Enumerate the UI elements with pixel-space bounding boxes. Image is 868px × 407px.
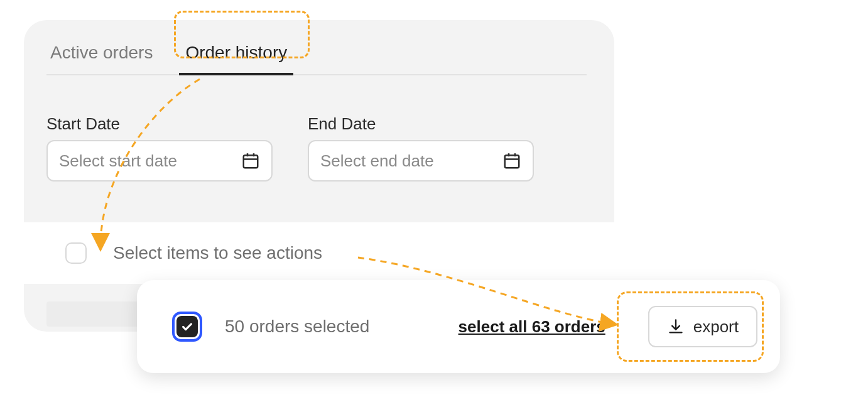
calendar-icon <box>241 151 260 170</box>
selection-count-text: 50 orders selected <box>225 317 369 337</box>
select-all-checkbox[interactable] <box>65 242 87 264</box>
select-all-checkbox-checked[interactable] <box>172 312 202 342</box>
end-date-placeholder: Select end date <box>320 151 434 171</box>
orders-tabs: Active orders Order history <box>46 43 587 75</box>
end-date-label: End Date <box>308 114 534 134</box>
selection-action-bar: 50 orders selected select all 63 orders … <box>137 280 780 373</box>
download-icon <box>667 318 685 335</box>
svg-rect-0 <box>244 155 258 168</box>
export-button-label: export <box>693 317 739 337</box>
start-date-field: Start Date Select start date <box>46 114 273 182</box>
calendar-icon <box>502 151 521 170</box>
select-prompt-text: Select items to see actions <box>113 243 322 263</box>
check-icon <box>180 320 194 334</box>
start-date-input[interactable]: Select start date <box>46 140 273 182</box>
start-date-label: Start Date <box>46 114 273 134</box>
end-date-input[interactable]: Select end date <box>308 140 534 182</box>
bulk-select-row: Select items to see actions <box>24 222 614 284</box>
tab-active-orders[interactable]: Active orders <box>46 43 156 74</box>
start-date-placeholder: Select start date <box>59 151 177 171</box>
export-button[interactable]: export <box>648 306 757 347</box>
tab-order-history[interactable]: Order history <box>182 43 291 74</box>
select-all-link[interactable]: select all 63 orders <box>458 317 605 337</box>
svg-rect-4 <box>505 155 519 168</box>
end-date-field: End Date Select end date <box>308 114 534 182</box>
